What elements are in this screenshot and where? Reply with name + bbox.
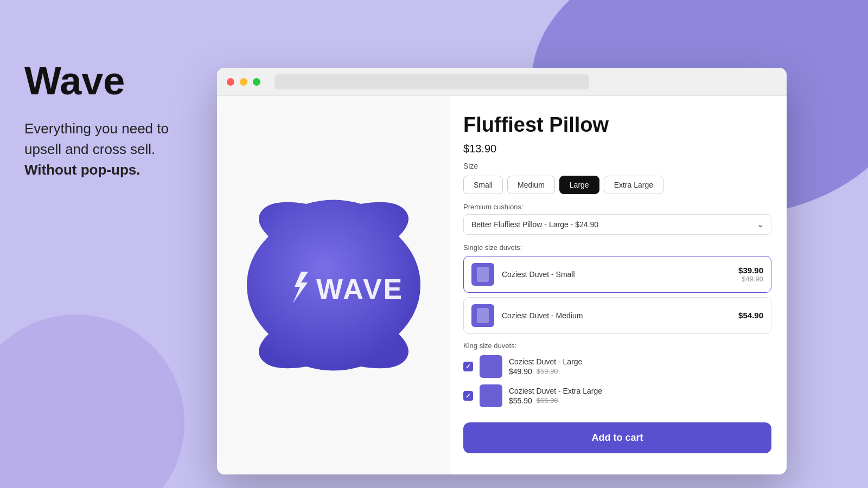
browser-content: WAVE Fluffiest Pillow $13.90 Size Small … <box>217 96 787 474</box>
size-extra-large[interactable]: Extra Large <box>604 176 663 194</box>
king-checkbox-extra-large[interactable] <box>463 391 473 401</box>
size-medium[interactable]: Medium <box>507 176 555 194</box>
address-bar[interactable] <box>275 74 589 89</box>
king-thumb-large <box>480 355 502 378</box>
duvet-item-small[interactable]: Coziest Duvet - Small $39.90 $49.90 <box>463 256 771 293</box>
king-name-large: Coziest Duvet - Large <box>509 357 771 366</box>
single-duvets-section: Single size duvets: Coziest Duvet - Smal… <box>463 243 771 334</box>
add-to-cart-button[interactable]: Add to cart <box>463 422 771 453</box>
duvet-name-medium: Coziest Duvet - Medium <box>502 311 738 320</box>
duvet-price-col-medium: $54.90 <box>738 311 763 320</box>
premium-cushions-select-wrapper: Better Fluffiest Pillow - Large - $24.90 <box>463 214 771 235</box>
king-item-extra-large: Coziest Duvet - Extra Large $55.90 $65.9… <box>463 384 771 407</box>
duvet-thumb-icon-small <box>477 267 489 282</box>
product-price: $13.90 <box>463 143 771 155</box>
king-name-extra-large: Coziest Duvet - Extra Large <box>509 387 771 395</box>
king-item-large: Coziest Duvet - Large $49.90 $59.90 <box>463 355 771 378</box>
bg-blob-bottom-left <box>0 314 184 488</box>
traffic-light-yellow[interactable] <box>240 78 247 86</box>
duvet-price-medium: $54.90 <box>738 311 763 320</box>
duvet-price-col-small: $39.90 $49.90 <box>738 266 763 283</box>
king-duvets-section: King size duvets: Coziest Duvet - Large … <box>463 342 771 407</box>
premium-cushions-select[interactable]: Better Fluffiest Pillow - Large - $24.90 <box>463 214 771 235</box>
king-prices-large: $49.90 $59.90 <box>509 367 771 376</box>
size-options: Small Medium Large Extra Large <box>463 176 771 194</box>
app-description: Everything you need to upsell and cross … <box>24 119 203 180</box>
king-info-large: Coziest Duvet - Large $49.90 $59.90 <box>509 357 771 376</box>
king-original-price-large: $59.90 <box>537 367 558 375</box>
size-label: Size <box>463 162 771 170</box>
product-details: Fluffiest Pillow $13.90 Size Small Mediu… <box>450 96 787 474</box>
description-plain: Everything you need to upsell and cross … <box>24 120 169 157</box>
size-small[interactable]: Small <box>463 176 503 194</box>
traffic-light-red[interactable] <box>227 78 234 86</box>
king-checkbox-large[interactable] <box>463 362 473 371</box>
duvet-original-price-small: $49.90 <box>738 275 763 283</box>
duvet-item-medium[interactable]: Coziest Duvet - Medium $54.90 <box>463 297 771 334</box>
svg-text:WAVE: WAVE <box>316 273 404 305</box>
app-title: Wave <box>24 60 203 102</box>
king-prices-extra-large: $55.90 $65.90 <box>509 396 771 405</box>
browser-window: WAVE Fluffiest Pillow $13.90 Size Small … <box>217 68 787 474</box>
left-panel: Wave Everything you need to upsell and c… <box>24 60 203 180</box>
premium-cushions-label: Premium cushions: <box>463 203 771 211</box>
duvet-thumb-small <box>471 263 494 286</box>
king-duvets-label: King size duvets: <box>463 342 771 350</box>
duvet-thumb-icon-medium <box>477 308 489 323</box>
browser-toolbar <box>217 68 787 96</box>
king-thumb-extra-large <box>480 384 502 407</box>
description-bold: Without pop-ups. <box>24 162 140 178</box>
king-original-price-extra-large: $65.90 <box>537 396 558 404</box>
duvet-thumb-medium <box>471 304 494 327</box>
premium-cushions-section: Premium cushions: Better Fluffiest Pillo… <box>463 203 771 235</box>
king-price-large: $49.90 <box>509 367 532 376</box>
duvet-price-small: $39.90 <box>738 266 763 275</box>
single-duvets-label: Single size duvets: <box>463 243 771 252</box>
duvet-name-small: Coziest Duvet - Small <box>502 270 738 279</box>
size-large[interactable]: Large <box>559 176 599 194</box>
product-title: Fluffiest Pillow <box>463 113 771 137</box>
traffic-light-green[interactable] <box>253 78 260 86</box>
king-info-extra-large: Coziest Duvet - Extra Large $55.90 $65.9… <box>509 387 771 405</box>
product-image: WAVE <box>236 188 431 383</box>
king-price-extra-large: $55.90 <box>509 396 532 405</box>
product-image-area: WAVE <box>217 96 450 474</box>
